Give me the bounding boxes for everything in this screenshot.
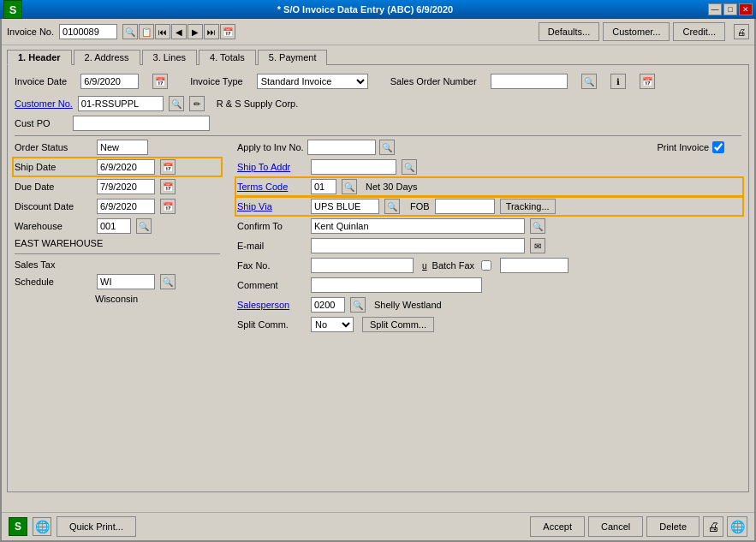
confirm-to-input[interactable]	[311, 218, 525, 234]
fax-row: Fax No. uBatch Fax	[237, 258, 741, 273]
fax-input[interactable]	[311, 258, 414, 273]
ship-date-input[interactable]	[97, 159, 155, 175]
confirm-to-search[interactable]: 🔍	[530, 218, 545, 234]
order-status-input[interactable]	[97, 140, 148, 155]
tab-payment[interactable]: 5. Payment	[258, 50, 328, 65]
ship-to-addr-label[interactable]: Ship To Addr	[237, 162, 306, 172]
salesperson-code-input[interactable]	[311, 297, 345, 313]
search-icon-btn[interactable]: 🔍	[122, 24, 138, 39]
sales-order-info[interactable]: ℹ	[610, 74, 626, 89]
salesperson-row: Salesperson 🔍 Shelly Westland	[237, 297, 741, 313]
close-button[interactable]: ✕	[739, 3, 753, 15]
terms-code-search[interactable]: 🔍	[342, 179, 357, 194]
schedule-input[interactable]	[97, 274, 155, 289]
customer-search[interactable]: 🔍	[169, 96, 184, 111]
customer-button[interactable]: Customer...	[603, 22, 670, 41]
nav-prev-btn[interactable]: ◀	[171, 24, 187, 39]
nav-last-btn[interactable]: ⏭	[204, 24, 219, 39]
customer-no-label[interactable]: Customer No.	[15, 98, 73, 109]
nav-first-btn[interactable]: ⏮	[155, 24, 170, 39]
sales-tax-label: Sales Tax	[15, 259, 56, 270]
delete-button[interactable]: Delete	[646, 516, 699, 537]
ship-to-addr-search[interactable]: 🔍	[402, 159, 417, 175]
defaults-button[interactable]: Defaults...	[539, 22, 600, 41]
tab-address[interactable]: 2. Address	[74, 50, 140, 65]
batch-fax-input[interactable]	[500, 258, 568, 273]
terms-code-label[interactable]: Terms Code	[237, 182, 306, 192]
invoice-no-label: Invoice No.	[7, 27, 54, 37]
invoice-no-input[interactable]	[59, 24, 117, 39]
copy-icon-btn[interactable]: 📋	[139, 24, 154, 39]
terms-code-row: Terms Code 🔍 Net 30 Days	[237, 179, 741, 194]
discount-date-input[interactable]	[97, 199, 155, 214]
ship-via-label[interactable]: Ship Via	[237, 201, 306, 211]
due-date-calendar[interactable]: 📅	[160, 179, 176, 194]
fob-label: FOB	[410, 201, 430, 211]
sales-tax-section: Sales Tax Schedule 🔍 Wisconsin	[15, 259, 220, 304]
cancel-button[interactable]: Cancel	[588, 516, 643, 537]
salesperson-name: Shelly Westland	[374, 300, 442, 310]
invoice-date-input[interactable]	[80, 74, 139, 89]
sales-order-search[interactable]: 🔍	[581, 74, 597, 89]
apply-to-inv-input[interactable]	[307, 140, 376, 155]
split-comm-button[interactable]: Split Comm...	[362, 317, 434, 332]
warehouse-input[interactable]	[97, 218, 131, 234]
apply-inv-row: Apply to Inv No. 🔍 Print Invoice	[237, 140, 741, 155]
split-comm-select[interactable]: No Yes	[311, 317, 354, 332]
email-icon-btn[interactable]: ✉	[530, 238, 545, 253]
comment-input[interactable]	[311, 277, 482, 293]
nav-next-btn[interactable]: ▶	[188, 24, 203, 39]
print-invoice-checkbox[interactable]	[712, 141, 724, 153]
sales-order-label: Sales Order Number	[390, 76, 477, 86]
warehouse-row: Warehouse 🔍	[15, 218, 220, 234]
ship-via-input[interactable]	[311, 199, 379, 214]
print-icon-btn[interactable]: 🖨	[703, 516, 723, 537]
apply-to-inv-label: Apply to Inv No.	[237, 142, 304, 152]
customer-edit[interactable]: ✏	[189, 96, 205, 111]
ship-date-calendar[interactable]: 📅	[160, 159, 176, 175]
ship-via-search[interactable]: 🔍	[384, 199, 400, 214]
invoice-date-calendar[interactable]: 📅	[152, 74, 168, 89]
tab-totals[interactable]: 4. Totals	[199, 50, 256, 65]
discount-date-calendar[interactable]: 📅	[160, 199, 176, 214]
salesperson-label[interactable]: Salesperson	[237, 300, 306, 310]
terms-description: Net 30 Days	[366, 182, 418, 192]
tab-header[interactable]: 1. Header	[7, 50, 72, 65]
accept-button[interactable]: Accept	[530, 516, 585, 537]
sales-order-calendar[interactable]: 📅	[640, 74, 655, 89]
ship-to-addr-input[interactable]	[311, 159, 396, 175]
credit-button[interactable]: Credit...	[673, 22, 725, 41]
apply-inv-search[interactable]: 🔍	[379, 140, 395, 155]
fob-input[interactable]	[435, 199, 495, 214]
maximize-button[interactable]: □	[723, 3, 737, 15]
sales-order-input[interactable]	[491, 74, 568, 89]
discount-date-label: Discount Date	[15, 201, 92, 211]
print-invoice-label: Print Invoice	[657, 142, 709, 152]
minimize-button[interactable]: —	[708, 3, 722, 15]
customer-no-input[interactable]	[78, 96, 164, 111]
email-input[interactable]	[311, 238, 525, 253]
cust-po-input[interactable]	[73, 116, 210, 131]
quick-print-button[interactable]: Quick Print...	[57, 516, 136, 537]
due-date-input[interactable]	[97, 179, 155, 194]
app-logo: S	[3, 0, 22, 19]
batch-fax-checkbox[interactable]	[481, 260, 491, 271]
terms-code-input[interactable]	[311, 179, 336, 194]
split-comm-row: Split Comm. No Yes Split Comm...	[237, 317, 741, 332]
warehouse-search[interactable]: 🔍	[136, 218, 152, 234]
invoice-type-select[interactable]: Standard Invoice Credit Memo Debit Memo	[257, 74, 368, 89]
tab-lines[interactable]: 3. Lines	[142, 50, 198, 65]
tab-content: Invoice Date 📅 Invoice Type Standard Inv…	[7, 64, 749, 492]
tracking-button[interactable]: Tracking...	[500, 199, 556, 214]
schedule-name-row: Wisconsin	[15, 294, 220, 304]
calendar-icon-btn[interactable]: 📅	[220, 24, 235, 39]
bottom-logo: S	[9, 517, 27, 536]
salesperson-search[interactable]: 🔍	[350, 297, 366, 313]
confirm-to-label: Confirm To	[237, 221, 306, 231]
tabs: 1. Header 2. Address 3. Lines 4. Totals …	[2, 45, 754, 64]
schedule-search[interactable]: 🔍	[160, 274, 176, 289]
globe-icon-btn[interactable]: 🌐	[727, 516, 747, 537]
ship-via-row: Ship Via 🔍 FOB Tracking...	[237, 199, 741, 214]
printer-icon[interactable]: 🖨	[734, 24, 749, 39]
bottom-globe-icon[interactable]: 🌐	[33, 517, 51, 536]
